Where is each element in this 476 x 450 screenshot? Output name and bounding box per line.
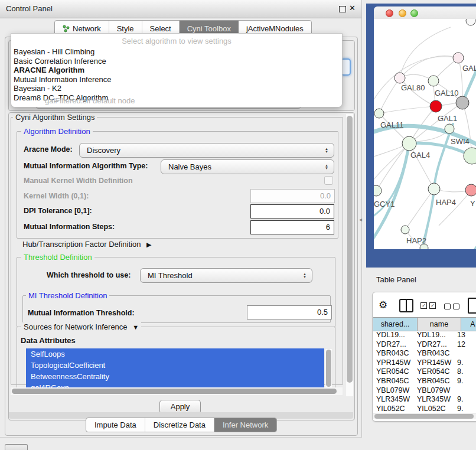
close-traffic-light-icon[interactable]: [386, 9, 393, 17]
algorithm-option[interactable]: ARACNE Algorithm: [14, 66, 338, 75]
gear-icon[interactable]: ⚙: [379, 299, 387, 311]
table-cell[interactable]: YBR045C: [414, 377, 454, 386]
mi-steps-field[interactable]: 6: [250, 220, 334, 234]
select-all-checkboxes-icon[interactable]: ✓: [429, 302, 436, 309]
network-node[interactable]: [464, 148, 476, 164]
table-cell[interactable]: YBR043C: [373, 349, 414, 358]
network-node-gcy1[interactable]: [374, 185, 382, 196]
algorithm-option[interactable]: Mutual Information Inference: [14, 75, 338, 84]
kernel-width-field[interactable]: 0.0: [250, 189, 335, 203]
table-row[interactable]: YLR345WYLR345W9.: [373, 395, 476, 405]
network-node[interactable]: [466, 19, 475, 25]
table-cell[interactable]: YDR27...: [414, 340, 454, 350]
table-cell[interactable]: YBR043C: [414, 349, 454, 358]
table-cell[interactable]: YPR145W: [373, 358, 414, 368]
table-horizontal-scrollbar[interactable]: [373, 413, 476, 419]
table-cell[interactable]: YBL079W: [414, 386, 454, 396]
deselect-checkboxes-icon[interactable]: [453, 304, 459, 309]
mi-type-combo[interactable]: Naive Bayes ▲▼: [161, 159, 334, 174]
algorithm-option[interactable]: Bayesian - K2: [14, 84, 338, 93]
network-node-gal11[interactable]: [374, 109, 384, 118]
algorithm-option[interactable]: Bayesian - Hill Climbing: [14, 47, 338, 57]
tab-impute-data[interactable]: Impute Data: [86, 418, 145, 432]
mi-threshold-field[interactable]: 0.5: [247, 305, 332, 319]
attributes-scrollbar-thumb[interactable]: [326, 350, 331, 387]
network-node-gal10[interactable]: [428, 76, 439, 86]
table-row[interactable]: YDR27...YDR27...12: [373, 340, 476, 350]
table-cell[interactable]: 9.: [454, 395, 476, 405]
settings-hscroll-thumb[interactable]: [12, 389, 337, 394]
sources-toggle[interactable]: Sources for Network Inference ▼: [21, 322, 141, 331]
table-row[interactable]: YER054CYER054C8.: [373, 367, 476, 377]
table-cell[interactable]: YLR345W: [414, 395, 454, 405]
network-node-gal[interactable]: [453, 53, 464, 63]
table-cell[interactable]: 12: [454, 340, 476, 350]
table-hscroll-thumb[interactable]: [374, 414, 474, 419]
network-node[interactable]: [456, 96, 469, 109]
table-cell[interactable]: YDL19...: [373, 331, 414, 340]
manual-kernel-checkbox[interactable]: [324, 176, 333, 185]
algorithm-option[interactable]: Basic Correlation Inference: [14, 57, 338, 66]
bottom-partial-button[interactable]: [5, 444, 28, 450]
which-threshold-combo[interactable]: MI Threshold ▲▼: [140, 268, 312, 283]
table-cell[interactable]: YDR27...: [373, 340, 414, 350]
settings-horizontal-scrollbar[interactable]: [11, 387, 343, 395]
column-header-shared[interactable]: shared...: [373, 318, 418, 331]
column-header-name[interactable]: name: [418, 318, 461, 331]
table-cell[interactable]: YDL19...: [414, 331, 454, 340]
table-cell[interactable]: 8.: [454, 367, 476, 377]
hub-definition-toggle[interactable]: Hub/Transcription Factor Definition ▶: [22, 240, 151, 249]
zoom-traffic-light-icon[interactable]: [410, 9, 418, 17]
document-icon[interactable]: [468, 298, 476, 314]
data-attributes-list[interactable]: SelfLoopsTopologicalCoefficientBetweenne…: [26, 348, 324, 388]
dpi-tolerance-field[interactable]: 0.0: [250, 204, 334, 219]
network-node-hap4[interactable]: [428, 183, 440, 195]
tab-infer-network[interactable]: Infer Network: [214, 418, 276, 432]
table-cell[interactable]: 13: [454, 331, 476, 340]
table-cell[interactable]: YIL052C: [414, 405, 454, 413]
network-node[interactable]: [420, 244, 428, 249]
attribute-item[interactable]: TopologicalCoefficient: [26, 360, 324, 371]
table-row[interactable]: YIL052CYIL052C9.: [373, 405, 476, 413]
table-cell[interactable]: 9.: [454, 358, 476, 368]
network-canvas[interactable]: GALGAL80GAL10GAL1GAL11SWI4GAL4HAP4YGCY1H…: [374, 19, 476, 249]
aracne-mode-combo[interactable]: Discovery ▲▼: [79, 143, 334, 158]
table-row[interactable]: YBR043CYBR043C: [373, 349, 476, 358]
column-header-a[interactable]: A: [461, 318, 476, 331]
settings-vscroll-thumb[interactable]: [347, 116, 353, 383]
table-row[interactable]: YPR145WYPR145W9.: [373, 358, 476, 368]
network-node-gal4[interactable]: [402, 136, 416, 151]
table-cell[interactable]: YBR045C: [373, 377, 414, 386]
minimize-traffic-light-icon[interactable]: [399, 9, 406, 17]
network-node-y[interactable]: [465, 184, 476, 196]
network-node-hap2[interactable]: [401, 226, 409, 234]
table-cell[interactable]: YPR145W: [414, 358, 454, 368]
table-cell[interactable]: YER054C: [373, 367, 414, 377]
network-view-window[interactable]: GALGAL80GAL10GAL1GAL11SWI4GAL4HAP4YGCY1H…: [366, 4, 476, 268]
table-cell[interactable]: 9.: [454, 405, 476, 413]
deselect-checkboxes-icon[interactable]: [444, 304, 451, 309]
split-pane-collapse-icon[interactable]: ◂: [359, 216, 362, 223]
settings-vertical-scrollbar[interactable]: [345, 114, 353, 396]
network-node-gal1[interactable]: [430, 100, 442, 112]
table-row[interactable]: YDL19...YDL19...13: [373, 331, 476, 340]
network-node-gal80[interactable]: [395, 73, 405, 83]
network-window-titlebar[interactable]: [374, 6, 476, 19]
attributes-scrollbar[interactable]: [325, 349, 332, 388]
attribute-item[interactable]: SelfLoops: [26, 348, 324, 360]
attribute-item[interactable]: BetweennessCentrality: [26, 371, 324, 382]
table-cell[interactable]: YER054C: [414, 367, 454, 377]
table-cell[interactable]: YIL052C: [373, 405, 414, 413]
tab-discretize-data[interactable]: Discretize Data: [145, 418, 214, 432]
split-column-icon[interactable]: [399, 299, 413, 312]
table-cell[interactable]: YLR345W: [373, 395, 414, 405]
table-cell[interactable]: [454, 386, 476, 396]
float-window-icon[interactable]: [339, 6, 346, 12]
table-cell[interactable]: YBL079W: [373, 386, 414, 396]
close-icon[interactable]: ✕: [349, 4, 356, 12]
select-all-checkboxes-icon[interactable]: ✓: [420, 302, 427, 309]
network-node-swi4[interactable]: [445, 124, 454, 133]
table-cell[interactable]: 9.: [454, 377, 476, 386]
table-cell[interactable]: [454, 349, 476, 358]
table-row[interactable]: YBL079WYBL079W: [373, 386, 476, 396]
